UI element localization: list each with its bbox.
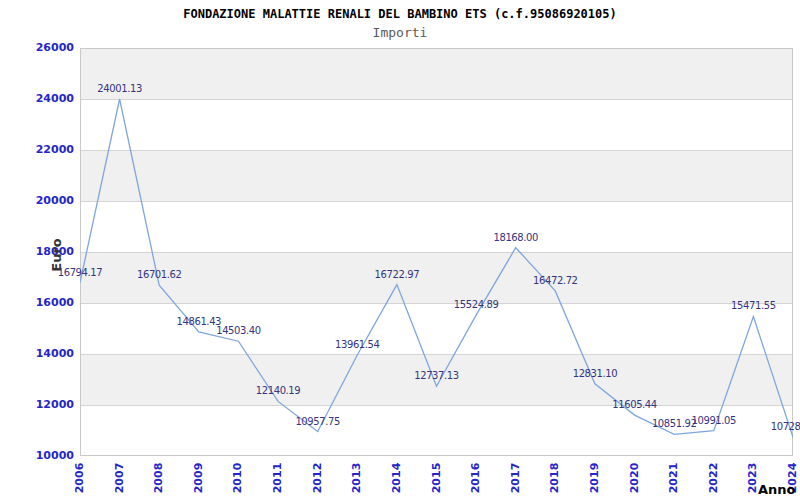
chart-subtitle: Importi (0, 25, 800, 40)
value-label: 16701.62 (109, 269, 209, 281)
y-axis-title: Euro (49, 235, 65, 275)
value-label: 16722.97 (347, 269, 447, 281)
x-tick-label: 2021 (667, 460, 681, 496)
value-label: 24001.13 (70, 83, 170, 95)
value-label: 15524.89 (426, 299, 526, 311)
x-tick-label: 2009 (192, 460, 206, 496)
x-tick-label: 2016 (469, 460, 483, 496)
value-label: 12831.10 (545, 368, 645, 380)
x-tick-label: 2019 (588, 460, 602, 496)
value-label: 10957.75 (268, 416, 368, 428)
x-tick-label: 2006 (73, 460, 87, 496)
x-tick-label: 2018 (548, 460, 562, 496)
plot-area (80, 48, 793, 456)
value-label: 12140.19 (228, 385, 328, 397)
x-tick-label: 2014 (390, 460, 404, 496)
y-tick-label: 22000 (0, 143, 74, 157)
x-tick-label: 2017 (509, 460, 523, 496)
value-label: 13961.54 (307, 339, 407, 351)
value-label: 15471.55 (703, 300, 800, 312)
grid-band (80, 48, 793, 99)
grid-band (80, 405, 793, 456)
chart-canvas: FONDAZIONE MALATTIE RENALI DEL BAMBINO E… (0, 0, 800, 500)
chart-title: FONDAZIONE MALATTIE RENALI DEL BAMBINO E… (0, 7, 800, 21)
x-tick-label: 2012 (311, 460, 325, 496)
value-label: 11605.44 (585, 399, 685, 411)
x-tick-label: 2013 (350, 460, 364, 496)
x-tick-label: 2020 (628, 460, 642, 496)
y-tick-label: 12000 (0, 398, 74, 412)
value-label: 10728.00 (743, 421, 800, 433)
value-label: 18168.00 (466, 232, 566, 244)
y-tick-label: 14000 (0, 347, 74, 361)
grid-band (80, 201, 793, 252)
x-tick-label: 2022 (707, 460, 721, 496)
grid-band (80, 150, 793, 201)
value-label: 16472.72 (505, 275, 605, 287)
grid-band (80, 99, 793, 150)
y-tick-label: 16000 (0, 296, 74, 310)
x-axis-title: Anno (758, 482, 798, 497)
y-tick-label: 10000 (0, 449, 74, 463)
x-tick-label: 2008 (152, 460, 166, 496)
value-label: 14503.40 (188, 325, 288, 337)
x-tick-label: 2010 (231, 460, 245, 496)
x-tick-label: 2007 (113, 460, 127, 496)
value-label: 12737.13 (387, 370, 487, 382)
chart-svg (80, 48, 793, 456)
y-tick-label: 24000 (0, 92, 74, 106)
x-tick-label: 2011 (271, 460, 285, 496)
y-tick-label: 20000 (0, 194, 74, 208)
y-tick-label: 26000 (0, 41, 74, 55)
x-tick-label: 2015 (430, 460, 444, 496)
